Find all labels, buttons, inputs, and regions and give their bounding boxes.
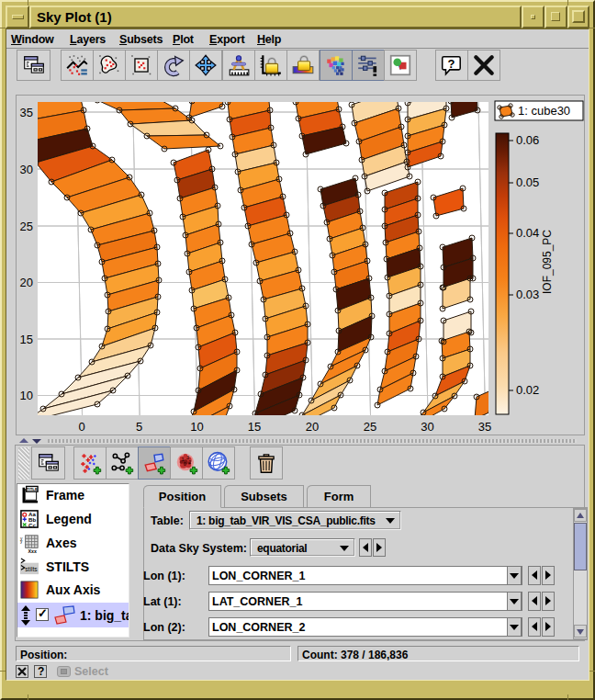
svg-text:2: 2 bbox=[188, 459, 191, 465]
svg-text:stilts: stilts bbox=[25, 566, 38, 572]
svg-text:5: 5 bbox=[136, 420, 142, 434]
svg-text:0: 0 bbox=[184, 461, 186, 467]
svg-text:20: 20 bbox=[20, 276, 33, 289]
svg-text:0.05: 0.05 bbox=[516, 175, 539, 189]
svg-text:1: cube30: 1: cube30 bbox=[518, 104, 570, 118]
svg-text:IOF_095_PC: IOF_095_PC bbox=[541, 230, 554, 294]
svg-text:30: 30 bbox=[421, 420, 433, 434]
svg-text:25: 25 bbox=[20, 220, 33, 233]
svg-text:0.06: 0.06 bbox=[516, 133, 539, 147]
svg-text:0.02: 0.02 bbox=[516, 383, 539, 397]
svg-text:?: ? bbox=[447, 57, 455, 71]
svg-text:35: 35 bbox=[478, 420, 491, 434]
svg-text:Xxx: Xxx bbox=[28, 548, 37, 553]
svg-text:y: y bbox=[20, 539, 23, 544]
svg-text:TITLE: TITLE bbox=[27, 487, 38, 491]
svg-text:35: 35 bbox=[20, 106, 33, 119]
svg-text:30: 30 bbox=[20, 163, 33, 176]
svg-text:20: 20 bbox=[306, 420, 319, 434]
svg-text:0.03: 0.03 bbox=[516, 288, 539, 301]
svg-text:15: 15 bbox=[20, 333, 33, 346]
svg-text:10: 10 bbox=[190, 420, 203, 434]
svg-text:0: 0 bbox=[78, 420, 84, 434]
svg-text:25: 25 bbox=[364, 420, 376, 434]
svg-text:15: 15 bbox=[248, 420, 261, 434]
svg-text:10: 10 bbox=[20, 389, 33, 402]
svg-text:Cc: Cc bbox=[28, 522, 36, 528]
svg-text:0.04: 0.04 bbox=[516, 226, 539, 240]
